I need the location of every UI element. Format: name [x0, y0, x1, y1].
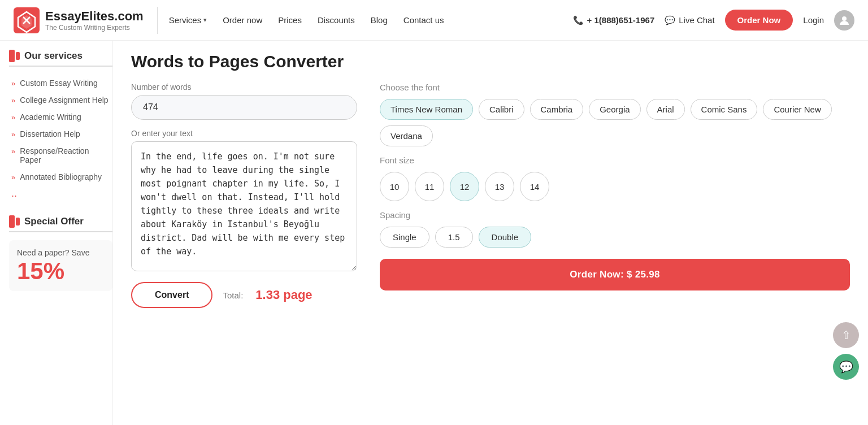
special-offer-title: Special Offer [9, 215, 112, 232]
header-right: 📞 + 1(888)651-1967 💬 Live Chat Order Now… [573, 10, 854, 31]
sidebar-more-link[interactable]: .. [9, 185, 112, 202]
text-area-label: Or enter your text [131, 129, 357, 138]
font-georgia[interactable]: Georgia [589, 99, 640, 120]
chevron-right-icon: » [11, 173, 15, 181]
size-11[interactable]: 11 [415, 172, 444, 201]
nav-discounts[interactable]: Discounts [318, 15, 355, 25]
sidebar-item-reaction-paper[interactable]: » Response/Reaction Paper [9, 142, 112, 168]
nav-blog[interactable]: Blog [371, 15, 388, 25]
order-now-large-button[interactable]: Order Now: $ 25.98 [380, 259, 850, 290]
spacing-double[interactable]: Double [479, 227, 532, 248]
our-services-title: Our services [9, 50, 112, 67]
services-icon [9, 50, 20, 62]
nav-order-now[interactable]: Order now [223, 15, 262, 25]
svg-point-5 [842, 16, 847, 21]
chevron-right-icon: » [11, 79, 15, 88]
sidebar-item-dissertation[interactable]: » Dissertation Help [9, 125, 112, 142]
text-area-input[interactable]: In the end, life goes on. I'm not sure w… [131, 141, 357, 271]
font-chooser-label: Choose the font [380, 83, 850, 92]
login-link[interactable]: Login [803, 15, 824, 25]
discount-percent: 15% [17, 259, 105, 283]
chat-icon: 💬 [665, 15, 675, 25]
main-nav: Services ▾ Order now Prices Discounts Bl… [169, 15, 573, 25]
font-grid: Times New Roman Calibri Cambria Georgia … [380, 99, 850, 146]
phone-link[interactable]: 📞 + 1(888)651-1967 [573, 15, 655, 25]
size-12[interactable]: 12 [450, 172, 479, 201]
font-calibri[interactable]: Calibri [479, 99, 524, 120]
size-14[interactable]: 14 [520, 172, 549, 201]
chevron-down-icon: ▾ [203, 16, 207, 24]
logo-text-block: EssayElites.com The Custom Writing Exper… [45, 9, 144, 32]
live-chat-link[interactable]: 💬 Live Chat [665, 15, 714, 25]
special-offer-icon [9, 215, 20, 228]
sidebar-item-custom-essay[interactable]: » Custom Essay Writing [9, 75, 112, 92]
logo-icon [14, 7, 40, 33]
chevron-right-icon: » [11, 96, 15, 105]
header: EssayElites.com The Custom Writing Exper… [0, 0, 868, 41]
spacing-grid: Single 1.5 Double [380, 227, 850, 248]
font-verdana[interactable]: Verdana [380, 125, 433, 146]
nav-services[interactable]: Services ▾ [169, 15, 207, 25]
word-count-input[interactable] [131, 95, 357, 120]
logo-subtitle: The Custom Writing Experts [45, 24, 144, 32]
sidebar-item-annotated-bibliography[interactable]: » Annotated Bibliography [9, 168, 112, 185]
spacing-1-5[interactable]: 1.5 [435, 227, 473, 248]
float-buttons: ⇧ 💬 [833, 322, 859, 380]
sidebar-item-academic-writing[interactable]: » Academic Writing [9, 109, 112, 125]
chevron-right-icon: » [11, 113, 15, 122]
nav-contact[interactable]: Contact us [403, 15, 444, 25]
convert-button[interactable]: Convert [131, 282, 212, 308]
words-label: Number of words [131, 83, 357, 92]
size-13[interactable]: 13 [485, 172, 514, 201]
special-offer-card: Need a paper? Save 15% [9, 240, 112, 291]
font-size-grid: 10 11 12 13 14 [380, 172, 850, 201]
scroll-up-button[interactable]: ⇧ [833, 322, 859, 348]
special-offer-section: Special Offer Need a paper? Save 15% [9, 215, 112, 291]
header-order-now-button[interactable]: Order Now [725, 10, 793, 31]
main-content: Words to Pages Converter Number of words… [113, 41, 868, 425]
font-comic-sans[interactable]: Comic Sans [691, 99, 758, 120]
convert-row: Convert Total: 1.33 page [131, 282, 357, 308]
font-cambria[interactable]: Cambria [530, 99, 584, 120]
chat-float-button[interactable]: 💬 [833, 354, 859, 380]
spacing-label: Spacing [380, 210, 850, 220]
converter-right: Choose the font Times New Roman Calibri … [380, 83, 850, 290]
page-title: Words to Pages Converter [131, 52, 850, 71]
chevron-right-icon: » [11, 130, 15, 138]
nav-prices[interactable]: Prices [278, 15, 302, 25]
converter-left: Number of words Or enter your text In th… [131, 83, 357, 308]
font-courier-new[interactable]: Courier New [763, 99, 831, 120]
chevron-right-icon: » [11, 147, 15, 155]
page-body: Our services » Custom Essay Writing » Co… [0, 41, 868, 425]
user-icon [838, 14, 850, 27]
font-times-new-roman[interactable]: Times New Roman [380, 99, 473, 120]
header-divider [157, 7, 158, 34]
spacing-single[interactable]: Single [380, 227, 429, 248]
avatar[interactable] [834, 10, 854, 31]
total-label: Total: [223, 290, 243, 300]
sidebar: Our services » Custom Essay Writing » Co… [0, 41, 113, 425]
sidebar-item-college-assignment[interactable]: » College Assignment Help [9, 92, 112, 109]
phone-icon: 📞 [573, 15, 584, 25]
size-10[interactable]: 10 [380, 172, 409, 201]
converter-layout: Number of words Or enter your text In th… [131, 83, 850, 308]
font-size-label: Font size [380, 155, 850, 165]
logo-title: EssayElites.com [45, 9, 144, 24]
total-pages-value: 1.33 page [255, 288, 312, 302]
logo-area[interactable]: EssayElites.com The Custom Writing Exper… [14, 7, 144, 33]
font-arial[interactable]: Arial [646, 99, 685, 120]
